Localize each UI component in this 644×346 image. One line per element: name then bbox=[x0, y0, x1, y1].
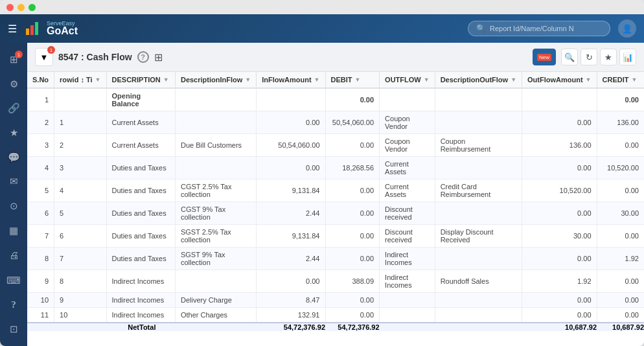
col-header-inflowamount[interactable]: InFlowAmount▼ bbox=[257, 72, 325, 88]
refresh-button[interactable]: ↻ bbox=[581, 49, 597, 65]
window-chrome bbox=[0, 0, 644, 14]
refresh-icon: ↻ bbox=[586, 52, 593, 62]
net-total-credit: 10,687.92 bbox=[597, 323, 644, 331]
clock-sidebar-icon: ⊙ bbox=[10, 200, 18, 212]
report-sidebar-icon: ▦ bbox=[9, 225, 18, 236]
table-row: 32Current AssetsDue Bill Customers50,54,… bbox=[27, 134, 644, 157]
col-header-sno[interactable]: S.No bbox=[27, 72, 54, 88]
settings-sidebar-icon: ⚙ bbox=[10, 78, 18, 90]
top-navigation: ☰ ServeEasy GoAct 🔍 👤 bbox=[0, 14, 644, 43]
net-total-label: NetTotal bbox=[27, 323, 257, 331]
grid-view-button[interactable]: ⊞ bbox=[154, 51, 163, 63]
net-total-outflowamount: 10,687.92 bbox=[522, 323, 597, 331]
table-header-row: S.No rowid ↕ Ti▼ DESCRIPTION▼ Descriptio… bbox=[27, 72, 644, 88]
filter-button[interactable]: ▼ 1 bbox=[35, 48, 53, 66]
search-icon: 🔍 bbox=[476, 24, 486, 33]
menu-button[interactable]: ☰ bbox=[8, 23, 17, 35]
box-sidebar-icon: ⊡ bbox=[10, 323, 18, 335]
close-dot[interactable] bbox=[6, 4, 14, 11]
toolbar-action-icons: 🔍 ↻ ★ 📊 bbox=[561, 49, 636, 65]
search-button[interactable]: 🔍 bbox=[561, 49, 578, 65]
table-row: 54Duties and TaxesCGST 2.5% Tax collecti… bbox=[27, 179, 644, 202]
table-row: 1110Indirect IncomesOther Charges132.910… bbox=[27, 308, 644, 323]
filter-badge: 1 bbox=[47, 46, 55, 54]
sidebar-item-grid[interactable]: ⊞ 1 bbox=[2, 48, 25, 71]
link-sidebar-icon: 🔗 bbox=[8, 102, 20, 114]
filter-icon: ▼ bbox=[40, 52, 49, 62]
star-sidebar-icon: ★ bbox=[10, 127, 18, 139]
col-header-descriptionoutflow[interactable]: DescriptionOutFlow▼ bbox=[435, 72, 522, 88]
net-total-debit: 54,72,376.92 bbox=[325, 323, 380, 331]
toolbar: ▼ 1 8547 : Cash Flow ? ⊞ New 🔍 ↻ ★ bbox=[27, 43, 644, 72]
minimize-dot[interactable] bbox=[17, 4, 25, 11]
table-row: 43Duties and Taxes0.0018,268.56Current A… bbox=[27, 157, 644, 179]
col-header-rowid[interactable]: rowid ↕ Ti▼ bbox=[54, 72, 106, 88]
sidebar-item-print[interactable]: 🖨 bbox=[2, 243, 25, 266]
search-bar[interactable]: 🔍 bbox=[468, 21, 610, 36]
net-total-inflow: 54,72,376.92 bbox=[257, 323, 325, 331]
help-button[interactable]: ? bbox=[137, 51, 149, 63]
sidebar-item-favorites[interactable]: ★ bbox=[2, 121, 25, 144]
notification-badge: 1 bbox=[15, 51, 23, 58]
table-row: 87Duties and TaxesSGST 9% Tax collection… bbox=[27, 248, 644, 270]
keyboard-sidebar-icon: ⌨ bbox=[6, 275, 21, 286]
maximize-dot[interactable] bbox=[29, 4, 36, 11]
table-container[interactable]: S.No rowid ↕ Ti▼ DESCRIPTION▼ Descriptio… bbox=[27, 72, 644, 346]
svg-rect-1 bbox=[30, 25, 34, 35]
sidebar-item-box[interactable]: ⊡ bbox=[2, 317, 25, 341]
sidebar: ⊞ 1 ⚙ 🔗 ★ 💬 ✉ ⊙ ▦ 🖨 ⌨ ? bbox=[0, 43, 27, 346]
sidebar-item-clock[interactable]: ⊙ bbox=[2, 194, 25, 218]
report-title: 8547 : Cash Flow bbox=[58, 52, 132, 62]
col-header-descriptioninflow[interactable]: DescriptionInFlow▼ bbox=[175, 72, 256, 88]
chart-icon: 📊 bbox=[623, 52, 633, 62]
search-input[interactable] bbox=[490, 25, 602, 32]
net-total-outflow-empty bbox=[380, 323, 435, 331]
logo-area: ServeEasy GoAct bbox=[25, 19, 78, 38]
help-sidebar-icon: ? bbox=[11, 299, 16, 310]
col-header-description[interactable]: DESCRIPTION▼ bbox=[106, 72, 175, 88]
sidebar-item-settings[interactable]: ⚙ bbox=[2, 73, 25, 96]
col-header-debit[interactable]: DEBIT▼ bbox=[325, 72, 380, 88]
sidebar-item-chat[interactable]: 💬 bbox=[2, 146, 25, 169]
net-total-descout-empty bbox=[435, 323, 522, 331]
table-row: 76Duties and TaxesSGST 2.5% Tax collecti… bbox=[27, 225, 644, 248]
logo-text: ServeEasy GoAct bbox=[47, 20, 78, 37]
sidebar-item-link[interactable]: 🔗 bbox=[2, 97, 25, 120]
table-row: 1Opening Balance0.000.00 bbox=[27, 88, 644, 111]
net-total-row: NetTotal 54,72,376.92 54,72,376.92 10,68… bbox=[27, 323, 644, 331]
col-header-outflow[interactable]: OUTFLOW▼ bbox=[380, 72, 435, 88]
sidebar-item-help[interactable]: ? bbox=[2, 294, 25, 317]
sidebar-item-email[interactable]: ✉ bbox=[2, 170, 25, 193]
svg-rect-0 bbox=[26, 29, 29, 35]
cash-flow-table: S.No rowid ↕ Ti▼ DESCRIPTION▼ Descriptio… bbox=[27, 72, 644, 331]
chat-sidebar-icon: 💬 bbox=[8, 152, 20, 163]
col-header-credit[interactable]: CREDIT▼ bbox=[597, 72, 644, 88]
svg-rect-2 bbox=[35, 22, 38, 35]
print-sidebar-icon: 🖨 bbox=[9, 249, 19, 260]
col-header-outflowamount[interactable]: OutFlowAmount▼ bbox=[522, 72, 597, 88]
logo-icon bbox=[25, 19, 43, 38]
table-row: 98Indirect Incomes0.00388.09Indirect Inc… bbox=[27, 270, 644, 293]
star-toolbar-icon: ★ bbox=[604, 52, 612, 62]
table-row: 109Indirect IncomesDelivery Charge8.470.… bbox=[27, 293, 644, 308]
user-avatar[interactable]: 👤 bbox=[618, 19, 636, 38]
table-row: 65Duties and TaxesCGST 9% Tax collection… bbox=[27, 202, 644, 225]
new-badge: New bbox=[537, 54, 551, 61]
email-sidebar-icon: ✉ bbox=[10, 176, 18, 187]
sidebar-item-keyboard[interactable]: ⌨ bbox=[2, 269, 25, 292]
search-toolbar-icon: 🔍 bbox=[564, 52, 575, 62]
chart-button[interactable]: 📊 bbox=[619, 49, 636, 65]
new-button[interactable]: New bbox=[533, 49, 556, 65]
table-row: 21Current Assets0.0050,54,060.00Coupon V… bbox=[27, 111, 644, 134]
sidebar-item-report[interactable]: ▦ bbox=[2, 219, 25, 242]
star-button[interactable]: ★ bbox=[600, 49, 617, 65]
content-area: ▼ 1 8547 : Cash Flow ? ⊞ New 🔍 ↻ ★ bbox=[27, 43, 644, 346]
main-layout: ⊞ 1 ⚙ 🔗 ★ 💬 ✉ ⊙ ▦ 🖨 ⌨ ? bbox=[0, 43, 644, 346]
